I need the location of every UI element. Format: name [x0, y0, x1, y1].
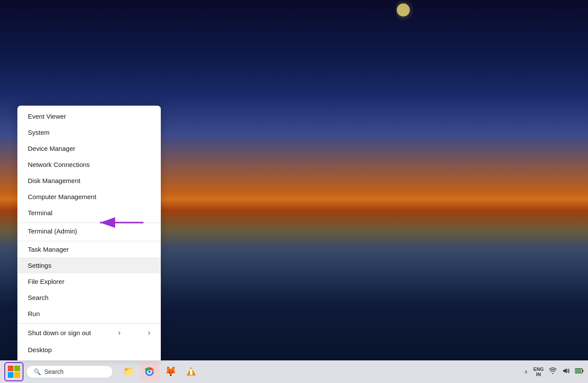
search-bar[interactable]: 🔍 Search	[26, 365, 113, 378]
battery-icon[interactable]	[575, 368, 584, 376]
menu-item-task-manager[interactable]: Task Manager	[17, 241, 161, 257]
win-tile-red	[8, 366, 13, 371]
win-tile-yellow	[14, 372, 20, 378]
svg-point-9	[190, 369, 193, 372]
system-tray-expand[interactable]: ∧	[524, 369, 528, 375]
menu-item-label: System	[28, 129, 50, 136]
firefox-app[interactable]: 🦊	[161, 362, 180, 381]
wifi-icon[interactable]	[549, 367, 557, 376]
chrome-app[interactable]	[140, 362, 159, 381]
menu-item-network-connections[interactable]: Network Connections	[17, 157, 161, 173]
menu-item-label: Terminal	[28, 209, 53, 216]
menu-item-label: Disk Management	[28, 177, 80, 184]
svg-rect-12	[576, 370, 581, 373]
search-icon: 🔍	[33, 368, 41, 375]
menu-item-device-manager[interactable]: Device Manager	[17, 140, 161, 157]
menu-item-label: Computer Management	[28, 193, 96, 200]
taskbar-left: 🔍 Search 📁	[4, 362, 201, 381]
language-indicator[interactable]: ENG IN	[533, 366, 544, 377]
menu-item-shut-down-or-sign-out[interactable]: Shut down or sign out›	[17, 323, 161, 342]
svg-rect-8	[190, 372, 193, 375]
firefox-icon: 🦊	[165, 366, 176, 377]
start-button[interactable]	[4, 362, 23, 381]
menu-item-label: Event Viewer	[28, 113, 66, 120]
menu-item-label: Desktop	[28, 346, 52, 353]
win-tile-green	[14, 366, 20, 371]
vlc-app[interactable]	[182, 362, 201, 381]
taskbar: 🔍 Search 📁	[0, 360, 588, 383]
menu-item-label: Task Manager	[28, 246, 69, 253]
submenu-arrow-icon: ›	[118, 328, 121, 337]
menu-item-event-viewer[interactable]: Event Viewer	[17, 108, 161, 124]
menu-item-search[interactable]: Search	[17, 290, 161, 306]
menu-item-disk-management[interactable]: Disk Management	[17, 173, 161, 189]
context-menu: Event ViewerSystemDevice ManagerNetwork …	[17, 106, 161, 360]
menu-item-label: Terminal (Admin)	[28, 227, 77, 235]
menu-item-label: Search	[28, 294, 49, 301]
language-line1: ENG	[533, 366, 544, 372]
menu-item-computer-management[interactable]: Computer Management	[17, 189, 161, 205]
menu-item-system[interactable]: System	[17, 124, 161, 140]
menu-item-label: Device Manager	[28, 145, 75, 152]
menu-item-settings[interactable]: Settings	[17, 257, 161, 273]
menu-item-label: File Explorer	[28, 278, 64, 285]
menu-item-file-explorer[interactable]: File Explorer	[17, 273, 161, 290]
menu-item-label: Network Connections	[28, 161, 90, 168]
file-explorer-app[interactable]: 📁	[119, 362, 138, 381]
menu-item-terminal[interactable]: Terminal	[17, 205, 161, 221]
menu-item-label: Shut down or sign out	[28, 329, 91, 336]
moon-decoration	[397, 3, 410, 17]
menu-item-terminal-(admin)[interactable]: Terminal (Admin)	[17, 223, 161, 239]
vlc-icon	[186, 366, 197, 377]
windows-logo	[8, 366, 20, 378]
taskbar-right: ∧ ENG IN	[524, 366, 584, 377]
menu-item-desktop[interactable]: Desktop	[17, 342, 161, 358]
menu-item-label: Run	[28, 310, 40, 317]
menu-item-run[interactable]: Run	[17, 306, 161, 322]
win-tile-blue	[8, 372, 13, 378]
chrome-icon	[144, 366, 155, 377]
search-label: Search	[44, 368, 63, 375]
menu-item-label: Settings	[28, 262, 51, 269]
language-line2: IN	[536, 372, 541, 377]
svg-point-5	[148, 370, 151, 373]
file-explorer-icon: 📁	[123, 366, 135, 377]
volume-icon[interactable]	[562, 367, 570, 376]
taskbar-apps: 📁 🦊	[119, 362, 201, 381]
svg-rect-11	[582, 370, 584, 372]
